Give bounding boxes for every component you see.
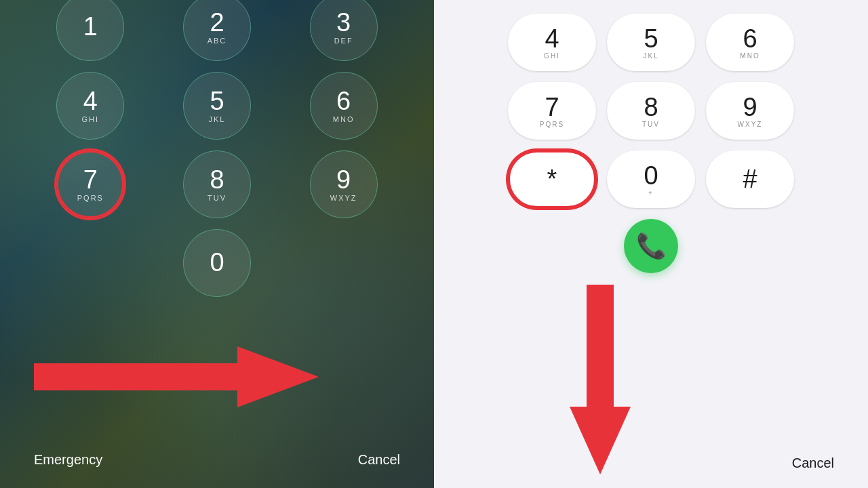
left-key-6[interactable]: 6 MNO: [310, 72, 378, 140]
red-arrow-right: [34, 343, 319, 413]
right-key-0[interactable]: 0 +: [607, 150, 695, 208]
left-footer: Emergency Cancel: [0, 452, 434, 468]
left-key-5[interactable]: 5 JKL: [183, 72, 251, 140]
right-key-9[interactable]: 9 WXYZ: [706, 82, 794, 140]
right-key-hash[interactable]: #: [706, 150, 794, 208]
right-key-star[interactable]: *: [508, 150, 596, 208]
right-key-7[interactable]: 7 PQRS: [508, 82, 596, 140]
left-key-0[interactable]: 0: [183, 229, 251, 297]
left-panel: 1 2 ABC 3 DEF 4 GHI 5 JKL 6: [0, 0, 434, 488]
left-key-4[interactable]: 4 GHI: [56, 72, 124, 140]
left-key-2[interactable]: 2 ABC: [183, 0, 251, 61]
right-key-4[interactable]: 4 GHI: [508, 14, 596, 71]
red-arrow-down: [566, 285, 634, 477]
right-bottom-section: 📞: [434, 208, 868, 273]
cancel-button-right[interactable]: Cancel: [792, 455, 834, 471]
left-key-8[interactable]: 8 TUV: [183, 150, 251, 218]
right-panel: 4 GHI 5 JKL 6 MNO 7 PQRS 8 TUV 9 WXYZ *: [434, 0, 868, 488]
left-key-1[interactable]: 1: [56, 0, 124, 61]
right-key-6[interactable]: 6 MNO: [706, 14, 794, 71]
left-key-9[interactable]: 9 WXYZ: [310, 150, 378, 218]
right-keypad: 4 GHI 5 JKL 6 MNO 7 PQRS 8 TUV 9 WXYZ *: [481, 14, 821, 208]
cancel-button-left[interactable]: Cancel: [358, 452, 400, 468]
right-key-5[interactable]: 5 JKL: [607, 14, 695, 71]
call-icon: 📞: [636, 232, 667, 260]
left-key-7[interactable]: 7 PQRS: [56, 150, 124, 218]
emergency-button[interactable]: Emergency: [34, 452, 102, 468]
right-key-8[interactable]: 8 TUV: [607, 82, 695, 140]
call-button[interactable]: 📞: [624, 219, 678, 273]
right-footer: Cancel: [434, 442, 868, 471]
svg-marker-0: [34, 346, 319, 407]
left-key-3[interactable]: 3 DEF: [310, 0, 378, 61]
svg-marker-1: [570, 285, 631, 474]
